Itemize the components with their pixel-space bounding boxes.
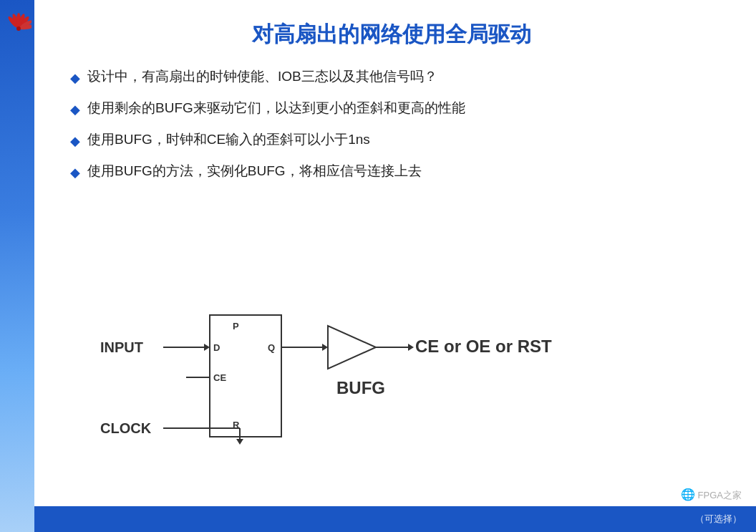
bullet-text-1: 设计中，有高扇出的时钟使能、IOB三态以及其他信号吗？ bbox=[87, 67, 727, 87]
fan-icon bbox=[6, 7, 32, 36]
clock-arrowhead bbox=[236, 439, 243, 445]
bufg-label: BUFG bbox=[336, 378, 385, 397]
bullet-diamond-3: ◆ bbox=[70, 132, 80, 151]
bullet-diamond-1: ◆ bbox=[70, 69, 80, 88]
bullet-text-2: 使用剩余的BUFG来驱动它们，以达到更小的歪斜和更高的性能 bbox=[87, 98, 727, 119]
bottom-note: （可选择） bbox=[695, 513, 742, 526]
dff-ce-label: CE bbox=[213, 372, 226, 383]
bullet-text-4: 使用BUFG的方法，实例化BUFG，将相应信号连接上去 bbox=[87, 161, 727, 182]
logo-area bbox=[6, 7, 32, 43]
input-label: INPUT bbox=[100, 339, 143, 355]
dff-p-label: P bbox=[233, 321, 239, 332]
clock-label: CLOCK bbox=[100, 420, 152, 436]
bullet-item-3: ◆ 使用BUFG，时钟和CE输入的歪斜可以小于1ns bbox=[70, 130, 727, 151]
bullet-text-3: 使用BUFG，时钟和CE输入的歪斜可以小于1ns bbox=[87, 130, 727, 150]
bufg-triangle bbox=[328, 326, 376, 369]
bullet-item-2: ◆ 使用剩余的BUFG来驱动它们，以达到更小的歪斜和更高的性能 bbox=[70, 98, 727, 120]
bottom-bar: （可选择） bbox=[34, 506, 756, 532]
bullet-diamond-4: ◆ bbox=[70, 163, 80, 183]
dff-d-label: D bbox=[213, 342, 220, 353]
bullet-list: ◆ 设计中，有高扇出的时钟使能、IOB三态以及其他信号吗？ ◆ 使用剩余的BUF… bbox=[70, 67, 727, 183]
bullet-diamond-2: ◆ bbox=[70, 100, 80, 120]
input-arrowhead bbox=[204, 344, 210, 351]
watermark-text: FPGA之家 bbox=[698, 490, 742, 500]
slide-title: 对高扇出的网络使用全局驱动 bbox=[56, 20, 727, 49]
bufg-arrowhead bbox=[408, 344, 414, 351]
circuit-diagram: INPUT P D Q CE R CLOCK BUFG CE or OE or … bbox=[100, 301, 659, 473]
svg-point-7 bbox=[16, 26, 21, 31]
bullet-item-4: ◆ 使用BUFG的方法，实例化BUFG，将相应信号连接上去 bbox=[70, 161, 727, 183]
left-bar bbox=[0, 0, 34, 532]
bullet-item-1: ◆ 设计中，有高扇出的时钟使能、IOB三态以及其他信号吗？ bbox=[70, 67, 727, 88]
dff-q-label: Q bbox=[268, 342, 275, 353]
watermark: 🌐 FPGA之家 bbox=[681, 488, 742, 502]
q-arrowhead bbox=[322, 344, 328, 351]
output-label: CE or OE or RST bbox=[415, 337, 552, 356]
